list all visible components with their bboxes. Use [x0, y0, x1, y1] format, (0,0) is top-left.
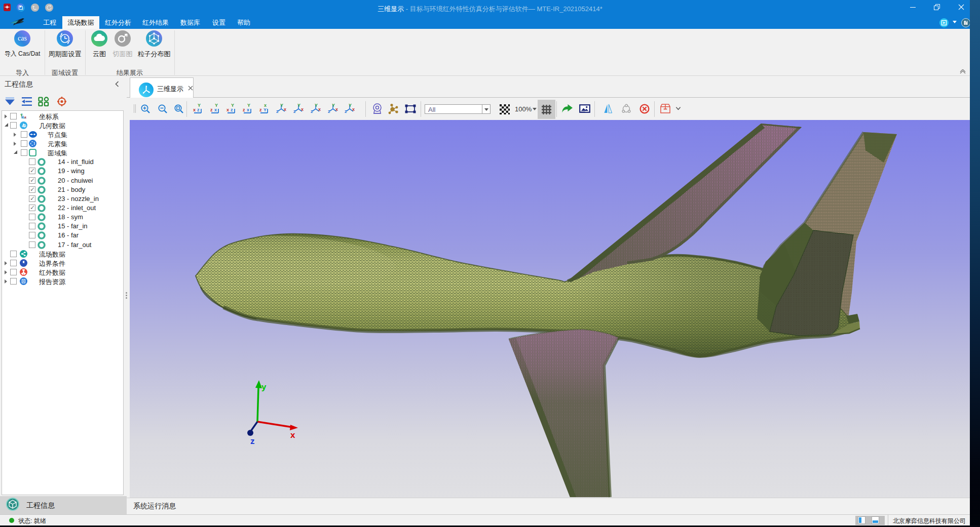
svg-text:x: x: [318, 107, 321, 112]
svg-text:Y: Y: [263, 107, 267, 112]
svg-text:z: z: [293, 109, 296, 114]
svg-text:x: x: [352, 107, 355, 112]
svg-text:z: z: [345, 109, 347, 114]
svg-text:z: z: [231, 107, 233, 112]
svg-text:x: x: [290, 430, 295, 440]
svg-text:x: x: [227, 107, 229, 112]
svg-text:z: z: [328, 109, 330, 114]
svg-text:z: z: [197, 107, 200, 112]
svg-text:x: x: [247, 107, 249, 112]
svg-text:y: y: [261, 382, 267, 392]
svg-text:x: x: [24, 115, 26, 119]
svg-text:z: z: [22, 115, 24, 118]
svg-text:x: x: [284, 107, 286, 112]
svg-text:Y: Y: [231, 103, 234, 108]
svg-text:Y: Y: [332, 103, 335, 108]
svg-text:z: z: [250, 436, 255, 446]
svg-text:x: x: [193, 107, 196, 112]
svg-text:z: z: [259, 107, 262, 112]
svg-text:Y: Y: [247, 103, 250, 108]
svg-text:Y: Y: [315, 103, 318, 108]
svg-text:x: x: [214, 107, 217, 112]
svg-text:x: x: [264, 103, 267, 108]
svg-text:z: z: [311, 109, 313, 114]
svg-text:Y: Y: [215, 103, 218, 108]
svg-text:z: z: [276, 109, 279, 114]
svg-text:z: z: [243, 107, 245, 112]
svg-text:Y: Y: [280, 103, 283, 108]
svg-text:Y: Y: [349, 103, 352, 108]
svg-text:x: x: [335, 107, 338, 112]
svg-text:Y: Y: [198, 103, 201, 108]
svg-text:x: x: [301, 107, 304, 112]
svg-text:z: z: [210, 107, 213, 112]
svg-text:Y: Y: [297, 103, 300, 108]
